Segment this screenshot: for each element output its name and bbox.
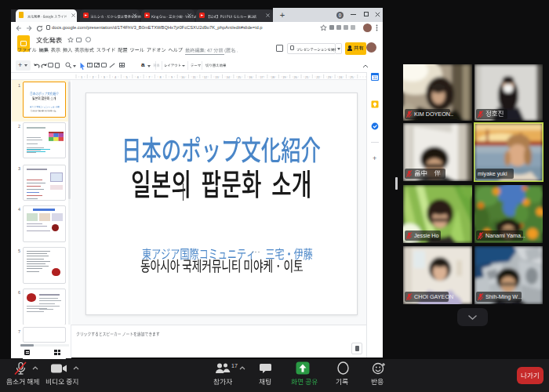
svg-text:5: 5	[125, 75, 128, 79]
svg-text:4: 4	[115, 75, 117, 79]
svg-text:14: 14	[226, 75, 230, 79]
svg-text:15: 15	[238, 75, 242, 79]
svg-text:19: 19	[282, 75, 286, 79]
svg-text:22: 22	[316, 75, 320, 79]
svg-text:8: 8	[159, 75, 162, 79]
svg-text:31: 31	[373, 75, 377, 80]
svg-text:12: 12	[204, 75, 208, 79]
svg-text:11: 11	[193, 75, 197, 79]
svg-text:21: 21	[305, 75, 309, 79]
svg-text:24: 24	[339, 75, 343, 79]
svg-text:18: 18	[271, 75, 275, 79]
svg-text:9: 9	[171, 75, 173, 79]
svg-text:20: 20	[294, 75, 298, 79]
svg-text:23: 23	[328, 75, 332, 79]
svg-text:13: 13	[215, 75, 219, 79]
svg-text:3: 3	[104, 75, 106, 79]
svg-text:7: 7	[148, 75, 151, 79]
svg-text:2: 2	[92, 75, 94, 79]
svg-text:1: 1	[81, 75, 83, 79]
svg-text:16: 16	[249, 75, 253, 79]
svg-text:25: 25	[350, 75, 354, 79]
svg-text:10: 10	[181, 75, 185, 79]
svg-text:6: 6	[137, 75, 140, 79]
svg-text:17: 17	[260, 75, 264, 79]
